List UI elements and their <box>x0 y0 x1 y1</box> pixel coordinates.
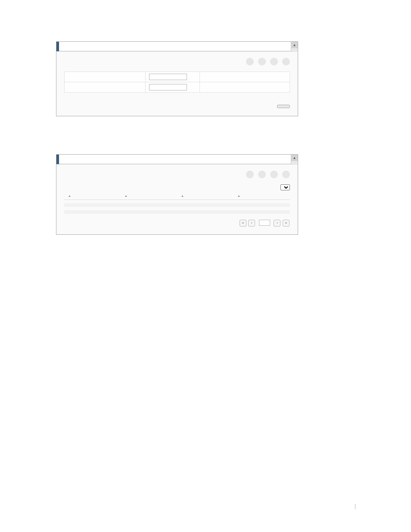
save-icon[interactable] <box>246 58 254 65</box>
screenshot-add-vlan: ▲ ▼ <box>56 41 298 116</box>
sort-icon: ▲ <box>181 194 184 197</box>
table-row <box>64 207 290 210</box>
footer-separator: | <box>355 503 356 509</box>
rows-per-page-select[interactable] <box>280 184 290 190</box>
refresh-icon[interactable] <box>270 58 278 65</box>
tab-vlan-querier-2[interactable] <box>61 160 69 163</box>
screenshot-summary-table: ▲ ▼ <box>56 154 298 235</box>
panel-titlebar-2 <box>56 155 298 164</box>
figure1-caption <box>47 30 364 36</box>
summary-controls <box>64 184 290 190</box>
pager-prev-icon[interactable]: ‹ <box>248 220 255 227</box>
vlan-id-input[interactable] <box>149 74 187 80</box>
page-footer: | <box>352 502 359 510</box>
table-row <box>64 203 290 207</box>
vlan-name-input[interactable] <box>149 84 187 90</box>
help-icon-2[interactable] <box>282 171 290 178</box>
summary-tbody <box>64 200 290 218</box>
pager-last-icon[interactable]: » <box>283 220 290 227</box>
summary-table: ▲ ▲ ▲ ▲ <box>64 191 290 217</box>
tab-add[interactable] <box>72 47 81 50</box>
apply-row <box>64 102 290 108</box>
help-icon[interactable] <box>282 58 290 65</box>
apply-button[interactable] <box>277 105 290 108</box>
refresh-icon-2[interactable] <box>270 171 278 178</box>
sort-icon: ▲ <box>125 194 128 197</box>
add-vlan-form <box>64 72 290 93</box>
table-row <box>64 200 290 204</box>
panel-heading-row-2 <box>64 171 290 178</box>
panel-body <box>56 51 298 116</box>
vlan-id-label <box>65 72 146 82</box>
tab-vlan-querier[interactable] <box>61 47 69 50</box>
icon-toolbar <box>246 58 290 65</box>
tab-add-2[interactable] <box>72 160 81 163</box>
vlan-name-label <box>65 82 146 93</box>
scroll-up-icon-2[interactable]: ▲ <box>291 155 298 161</box>
scroll-up-icon[interactable]: ▲ <box>291 42 298 48</box>
col-elect-mode[interactable]: ▲ <box>177 191 234 200</box>
panel-tabs-2 <box>61 159 293 164</box>
sort-icon: ▲ <box>237 194 240 197</box>
col-vlan-id[interactable]: ▲ <box>64 191 121 200</box>
page: ▲ ▼ <box>0 0 411 532</box>
pager-first-icon[interactable]: « <box>240 220 246 227</box>
tab-show-all[interactable] <box>84 47 93 50</box>
panel-body-2: ▲ ▲ ▲ ▲ <box>56 164 298 234</box>
icon-toolbar-2 <box>246 171 290 178</box>
sort-icon: ▲ <box>68 194 71 197</box>
print-icon-2[interactable] <box>258 171 266 178</box>
pager: « ‹ › » <box>64 220 290 227</box>
col-addr[interactable]: ▲ <box>234 191 290 200</box>
pager-next-icon[interactable]: › <box>274 220 280 227</box>
col-vlan-mode[interactable]: ▲ <box>121 191 177 200</box>
table-row <box>64 210 290 214</box>
panel-titlebar <box>56 42 298 51</box>
panel-heading-row <box>64 58 290 65</box>
save-icon-2[interactable] <box>246 171 254 178</box>
step-list <box>56 124 364 137</box>
panel-tabs <box>61 46 293 51</box>
figure2-caption <box>47 143 364 149</box>
tab-show-all-2[interactable] <box>84 160 93 163</box>
pager-page-input[interactable] <box>259 220 270 226</box>
print-icon[interactable] <box>258 58 266 65</box>
table-row <box>64 214 290 217</box>
